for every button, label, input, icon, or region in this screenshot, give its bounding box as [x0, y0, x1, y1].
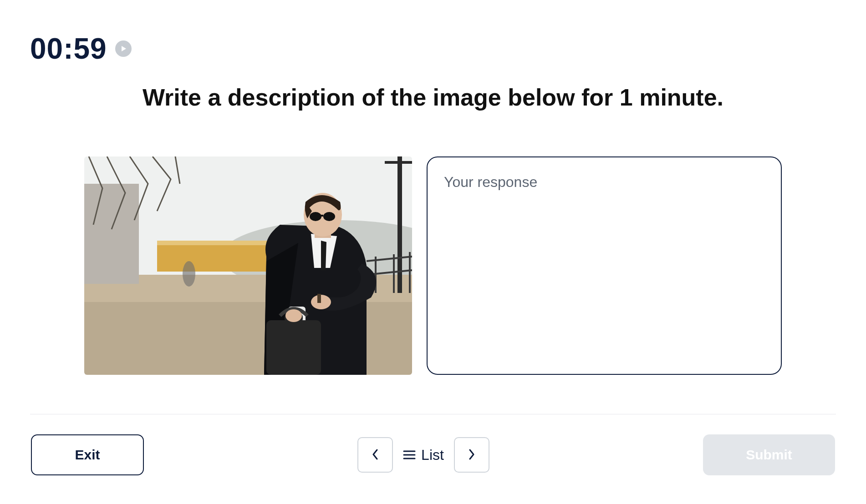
list-button-label: List: [421, 447, 444, 464]
svg-rect-9: [385, 161, 412, 164]
exit-button-label: Exit: [75, 447, 100, 463]
svg-point-21: [323, 212, 335, 221]
svg-point-28: [285, 309, 302, 322]
chevron-left-icon: [370, 448, 381, 462]
list-button[interactable]: List: [403, 447, 444, 464]
svg-point-15: [183, 261, 195, 287]
menu-icon: [403, 447, 416, 464]
submit-button[interactable]: Submit: [703, 434, 835, 475]
svg-marker-0: [122, 46, 126, 51]
response-input[interactable]: [427, 156, 782, 375]
next-button[interactable]: [454, 437, 489, 473]
svg-rect-24: [317, 294, 321, 303]
exit-button[interactable]: Exit: [31, 434, 144, 475]
svg-marker-17: [321, 241, 326, 270]
play-icon[interactable]: [115, 40, 132, 57]
svg-point-20: [310, 212, 321, 221]
timer-display: 00:59: [30, 32, 107, 66]
svg-rect-26: [266, 320, 321, 375]
svg-rect-7: [84, 184, 139, 284]
divider: [30, 414, 836, 414]
prev-button[interactable]: [357, 437, 393, 473]
chevron-right-icon: [466, 448, 477, 462]
prompt-text: Write a description of the image below f…: [30, 84, 836, 111]
prompt-image: [84, 156, 412, 375]
submit-button-label: Submit: [746, 447, 792, 463]
svg-rect-22: [321, 215, 323, 217]
